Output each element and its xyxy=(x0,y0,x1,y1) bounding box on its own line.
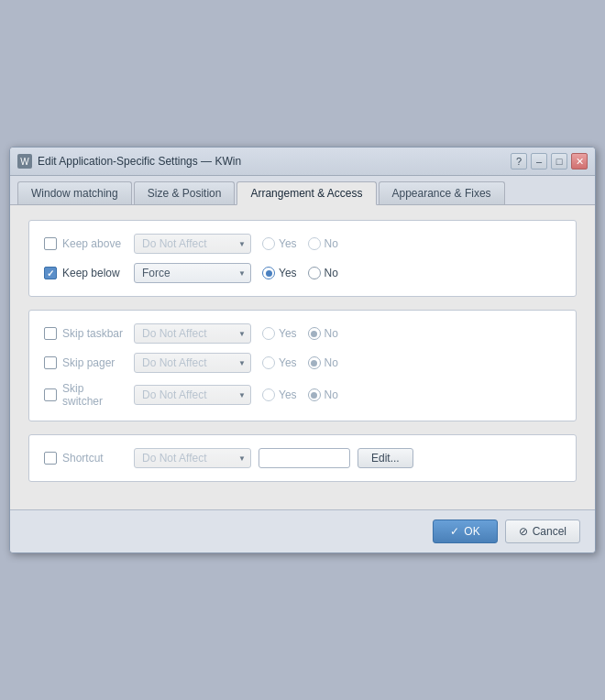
tab-appearance-fixes[interactable]: Appearance & Fixes xyxy=(379,181,505,204)
ok-button[interactable]: ✓ OK xyxy=(433,520,497,543)
footer: ✓ OK ⊘ Cancel xyxy=(10,509,595,552)
skip-pager-yes-text: Yes xyxy=(279,356,297,369)
keep-below-yes-text: Yes xyxy=(279,267,297,279)
close-button[interactable]: ✕ xyxy=(571,153,588,170)
skip-taskbar-select[interactable]: Do Not Affect xyxy=(134,323,251,344)
tab-size-position[interactable]: Size & Position xyxy=(134,181,236,204)
keep-above-radio-group: Yes No xyxy=(262,237,338,250)
skip-taskbar-no-text: No xyxy=(324,327,338,340)
maximize-button[interactable]: □ xyxy=(551,153,567,170)
keep-above-checkbox[interactable] xyxy=(44,237,57,250)
window-title: Edit Application-Specific Settings — KWi… xyxy=(38,155,241,168)
skip-switcher-no-radio[interactable] xyxy=(308,388,321,401)
keep-below-no-radio[interactable] xyxy=(308,267,321,279)
skip-pager-label: Skip pager xyxy=(62,356,115,369)
keep-above-no-radio[interactable] xyxy=(308,237,321,250)
keep-above-select-wrapper: Do Not Affect ▼ xyxy=(134,234,251,254)
keep-above-yes-label[interactable]: Yes xyxy=(262,237,297,250)
keep-below-label: Keep below xyxy=(62,267,120,279)
skip-taskbar-checkbox[interactable] xyxy=(44,327,57,340)
shortcut-row: Shortcut Do Not Affect ▼ Edit... xyxy=(44,448,561,468)
keep-above-yes-radio[interactable] xyxy=(262,237,275,250)
keep-below-select-wrapper: Force Do Not Affect Apply Initially Forc… xyxy=(134,263,251,283)
keep-above-row: Keep above Do Not Affect ▼ Yes No xyxy=(44,234,561,254)
keep-above-label: Keep above xyxy=(62,237,121,250)
skip-pager-radio-group: Yes No xyxy=(262,356,338,369)
keep-above-no-text: No xyxy=(324,237,338,250)
cancel-icon: ⊘ xyxy=(519,525,528,538)
shortcut-label: Shortcut xyxy=(62,452,104,465)
skip-switcher-label: Skip switcher xyxy=(62,382,126,408)
minimize-button[interactable]: – xyxy=(531,153,547,170)
keep-below-label-group: Keep below xyxy=(44,267,126,279)
keep-below-yes-label[interactable]: Yes xyxy=(262,267,297,279)
skip-pager-no-radio[interactable] xyxy=(308,356,321,369)
edit-button[interactable]: Edit... xyxy=(358,448,413,468)
shortcut-checkbox[interactable] xyxy=(44,452,57,465)
skip-pager-yes-radio[interactable] xyxy=(262,356,275,369)
stacking-section: Keep above Do Not Affect ▼ Yes No xyxy=(28,220,577,297)
skip-taskbar-row: Skip taskbar Do Not Affect ▼ Yes No xyxy=(44,323,561,344)
tab-content: Keep above Do Not Affect ▼ Yes No xyxy=(10,205,595,509)
skip-switcher-select[interactable]: Do Not Affect xyxy=(134,385,251,405)
keep-below-row: Keep below Force Do Not Affect Apply Ini… xyxy=(44,263,561,283)
skip-switcher-no-text: No xyxy=(324,388,338,401)
skip-switcher-label-group: Skip switcher xyxy=(44,382,126,408)
app-icon: W xyxy=(17,154,32,169)
skip-switcher-radio-group: Yes No xyxy=(262,388,338,401)
ok-checkmark-icon: ✓ xyxy=(450,525,459,538)
skip-pager-checkbox[interactable] xyxy=(44,356,57,369)
keep-below-radio-group: Yes No xyxy=(262,267,338,279)
keep-above-no-label[interactable]: No xyxy=(308,237,338,250)
titlebar-left: W Edit Application-Specific Settings — K… xyxy=(17,154,241,169)
skip-switcher-checkbox[interactable] xyxy=(44,388,57,401)
keep-below-yes-radio[interactable] xyxy=(262,267,275,279)
cancel-label: Cancel xyxy=(533,525,566,538)
skip-taskbar-select-wrapper: Do Not Affect ▼ xyxy=(134,323,251,344)
skip-pager-select-wrapper: Do Not Affect ▼ xyxy=(134,353,251,373)
skip-pager-yes-label[interactable]: Yes xyxy=(262,356,297,369)
shortcut-section: Shortcut Do Not Affect ▼ Edit... xyxy=(28,434,577,482)
tab-window-matching[interactable]: Window matching xyxy=(17,181,132,204)
skip-switcher-yes-text: Yes xyxy=(279,388,297,401)
skip-taskbar-no-label[interactable]: No xyxy=(308,327,338,340)
skip-taskbar-yes-text: Yes xyxy=(279,327,297,340)
skip-switcher-yes-radio[interactable] xyxy=(262,388,275,401)
skip-pager-no-text: No xyxy=(324,356,338,369)
skip-taskbar-radio-group: Yes No xyxy=(262,327,338,340)
skip-switcher-yes-label[interactable]: Yes xyxy=(262,388,297,401)
keep-below-checkbox[interactable] xyxy=(44,267,57,279)
tab-bar: Window matching Size & Position Arrangem… xyxy=(10,176,595,205)
skip-pager-no-label[interactable]: No xyxy=(308,356,338,369)
cancel-button[interactable]: ⊘ Cancel xyxy=(505,520,580,543)
keep-above-yes-text: Yes xyxy=(279,237,297,250)
skip-pager-row: Skip pager Do Not Affect ▼ Yes No xyxy=(44,353,561,373)
skip-switcher-select-wrapper: Do Not Affect ▼ xyxy=(134,385,251,405)
skip-taskbar-no-radio[interactable] xyxy=(308,327,321,340)
keep-above-label-group: Keep above xyxy=(44,237,126,250)
shortcut-select-wrapper: Do Not Affect ▼ xyxy=(134,448,251,468)
main-window: W Edit Application-Specific Settings — K… xyxy=(9,147,596,553)
keep-below-select[interactable]: Force Do Not Affect Apply Initially Forc… xyxy=(134,263,251,283)
ok-label: OK xyxy=(464,525,479,538)
skip-section: Skip taskbar Do Not Affect ▼ Yes No xyxy=(28,310,577,421)
skip-taskbar-label: Skip taskbar xyxy=(62,327,123,340)
shortcut-input[interactable] xyxy=(258,448,350,468)
skip-pager-select[interactable]: Do Not Affect xyxy=(134,353,251,373)
tab-arrangement-access[interactable]: Arrangement & Access xyxy=(236,181,376,205)
titlebar: W Edit Application-Specific Settings — K… xyxy=(10,148,595,176)
keep-below-no-label[interactable]: No xyxy=(308,267,338,279)
keep-above-select[interactable]: Do Not Affect xyxy=(134,234,251,254)
skip-taskbar-yes-label[interactable]: Yes xyxy=(262,327,297,340)
shortcut-label-group: Shortcut xyxy=(44,452,126,465)
shortcut-select[interactable]: Do Not Affect xyxy=(134,448,251,468)
skip-taskbar-label-group: Skip taskbar xyxy=(44,327,126,340)
keep-below-no-text: No xyxy=(324,267,338,279)
titlebar-buttons: ? – □ ✕ xyxy=(511,153,588,170)
skip-switcher-no-label[interactable]: No xyxy=(308,388,338,401)
skip-pager-label-group: Skip pager xyxy=(44,356,126,369)
skip-taskbar-yes-radio[interactable] xyxy=(262,327,275,340)
help-button[interactable]: ? xyxy=(511,153,527,170)
skip-switcher-row: Skip switcher Do Not Affect ▼ Yes No xyxy=(44,382,561,408)
